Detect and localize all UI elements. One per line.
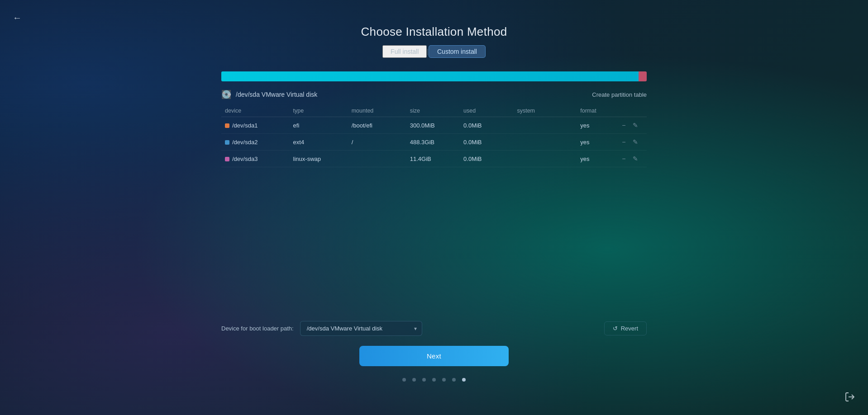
partition-color-1 [225, 140, 229, 145]
table-row: /dev/sda2 ext4 / 488.3GiB 0.0MiB yes − ✎ [221, 134, 647, 151]
remove-partition-2[interactable]: − [619, 154, 628, 163]
pagination [402, 378, 466, 382]
edit-partition-0[interactable]: ✎ [630, 121, 641, 130]
cell-used-2: 0.0MiB [460, 151, 513, 167]
cell-system-0 [513, 117, 577, 134]
cell-size-1: 488.3GiB [406, 134, 460, 151]
cell-used-0: 0.0MiB [460, 117, 513, 134]
tab-bar: Full install | Custom install [382, 45, 486, 58]
cell-format-2: yes [577, 151, 615, 167]
cell-size-2: 11.4GiB [406, 151, 460, 167]
cell-actions-0: − ✎ [615, 117, 647, 134]
pagination-dot-4[interactable] [442, 378, 446, 382]
tab-custom-install[interactable]: Custom install [429, 45, 486, 58]
pagination-dot-5[interactable] [452, 378, 456, 382]
disk-bar-used [221, 71, 639, 81]
cell-type-0: efi [290, 117, 348, 134]
pagination-dot-2[interactable] [422, 378, 426, 382]
partition-color-0 [225, 123, 229, 128]
pagination-dot-6[interactable] [462, 378, 466, 382]
cell-mounted-0: /boot/efi [348, 117, 406, 134]
edit-partition-1[interactable]: ✎ [630, 137, 641, 146]
disk-header: 💽 /dev/sda VMware Virtual disk Create pa… [221, 90, 647, 99]
col-header-size: size [406, 105, 460, 117]
col-header-actions [615, 105, 647, 117]
col-header-type: type [290, 105, 348, 117]
bootloader-row: Device for boot loader path: /dev/sda VM… [221, 321, 647, 336]
revert-icon: ↺ [613, 325, 618, 332]
disk-icon: 💽 [221, 90, 231, 99]
bootloader-label: Device for boot loader path: [221, 325, 294, 332]
table-header-row: device type mounted size used system for… [221, 105, 647, 117]
col-header-format: format [577, 105, 615, 117]
revert-label: Revert [621, 325, 638, 332]
cell-type-1: ext4 [290, 134, 348, 151]
exit-icon [844, 391, 855, 402]
cell-actions-2: − ✎ [615, 151, 647, 167]
pagination-dot-3[interactable] [432, 378, 436, 382]
cell-device-0: /dev/sda1 [221, 117, 290, 134]
col-header-system: system [513, 105, 577, 117]
table-row: /dev/sda3 linux-swap 11.4GiB 0.0MiB yes … [221, 151, 647, 167]
revert-button[interactable]: ↺ Revert [604, 321, 647, 335]
tab-full-install[interactable]: Full install [382, 45, 427, 58]
main-content: Choose Installation Method Full install … [0, 0, 868, 415]
partition-color-2 [225, 157, 229, 161]
col-header-used: used [460, 105, 513, 117]
edit-partition-2[interactable]: ✎ [630, 154, 641, 163]
col-header-mounted: mounted [348, 105, 406, 117]
partition-table: device type mounted size used system for… [221, 105, 647, 167]
cell-mounted-1: / [348, 134, 406, 151]
cell-size-0: 300.0MiB [406, 117, 460, 134]
bootloader-select-wrapper: /dev/sda VMware Virtual disk [300, 321, 422, 336]
col-header-device: device [221, 105, 290, 117]
next-button[interactable]: Next [359, 346, 509, 366]
cell-mounted-2 [348, 151, 406, 167]
cell-system-2 [513, 151, 577, 167]
page-title: Choose Installation Method [361, 25, 507, 39]
exit-button[interactable] [844, 391, 855, 405]
cell-system-1 [513, 134, 577, 151]
remove-partition-1[interactable]: − [619, 137, 628, 146]
bootloader-select[interactable]: /dev/sda VMware Virtual disk [300, 321, 422, 336]
cell-format-0: yes [577, 117, 615, 134]
pagination-dot-1[interactable] [412, 378, 416, 382]
main-panel: 💽 /dev/sda VMware Virtual disk Create pa… [221, 71, 647, 167]
back-button[interactable]: ← [13, 13, 22, 23]
pagination-dot-0[interactable] [402, 378, 406, 382]
cell-used-1: 0.0MiB [460, 134, 513, 151]
disk-name: /dev/sda VMware Virtual disk [236, 91, 317, 98]
create-partition-button[interactable]: Create partition table [592, 91, 647, 98]
table-row: /dev/sda1 efi /boot/efi 300.0MiB 0.0MiB … [221, 117, 647, 134]
disk-bar-end [639, 71, 647, 81]
remove-partition-0[interactable]: − [619, 121, 628, 130]
disk-label: 💽 /dev/sda VMware Virtual disk [221, 90, 317, 99]
cell-format-1: yes [577, 134, 615, 151]
cell-device-2: /dev/sda3 [221, 151, 290, 167]
cell-actions-1: − ✎ [615, 134, 647, 151]
cell-device-1: /dev/sda2 [221, 134, 290, 151]
cell-type-2: linux-swap [290, 151, 348, 167]
disk-usage-bar [221, 71, 647, 81]
